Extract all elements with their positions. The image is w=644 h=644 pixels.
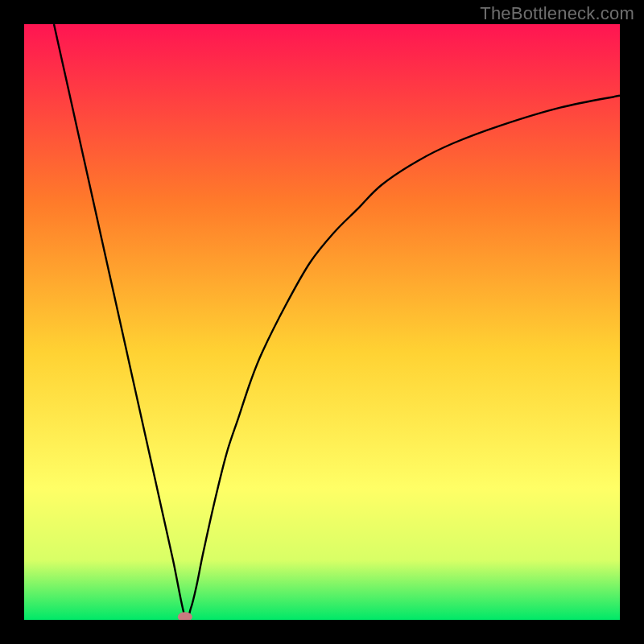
plot-area [24,24,620,620]
chart-svg [24,24,620,620]
chart-frame: TheBottleneck.com [0,0,644,644]
gradient-bg [24,24,620,620]
watermark: TheBottleneck.com [480,3,634,24]
